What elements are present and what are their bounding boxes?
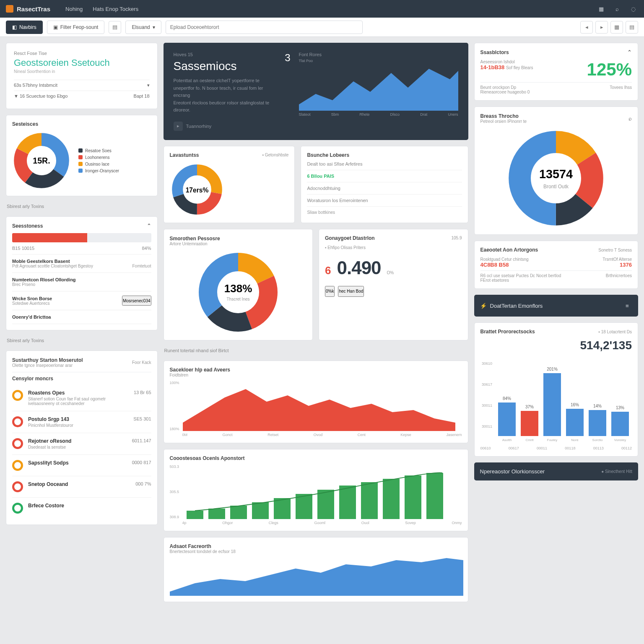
chevron-icon[interactable]: ⌃ [627, 49, 632, 55]
svg-rect-18 [230, 506, 247, 519]
svg-rect-22 [317, 490, 334, 519]
svg-text:84%: 84% [503, 396, 511, 401]
svg-text:30610: 30610 [481, 361, 492, 366]
hero-title: Sassemiocs [174, 60, 277, 73]
progress-bar [12, 233, 151, 242]
svg-text:Cmrit: Cmrit [525, 438, 534, 442]
left-section-2-label: Sbirest arly Toxins [7, 338, 157, 343]
list-item[interactable]: Snetop Ooceand000 7% [12, 476, 151, 498]
chevron-icon[interactable]: ⌃ [147, 223, 151, 229]
dark-strip: ⚡DoatTertan Emonflors ≡ [474, 295, 638, 317]
kpi-card: Ssasblctors⌃ Aeseessron Ishdol 14-1bB38 … [474, 43, 638, 101]
donut1-card: Sesteisces 15R. Resatoe Soes Loohonerens… [6, 115, 158, 196]
progress-card: Seesstoness⌃ B15 1001584% Moble Geestelk… [6, 216, 158, 330]
barchart-total: 514,2'135 [480, 339, 632, 352]
list-item[interactable]: Sapsslityt Sodps0000 817 [12, 455, 151, 476]
ring-icon [12, 390, 23, 401]
svg-rect-24 [361, 482, 378, 519]
bar-chart: 30610306173001130011 84% 37% 201% 16% 14… [480, 352, 631, 444]
ring-icon [12, 416, 23, 427]
svg-rect-17 [208, 509, 225, 519]
svg-rect-27 [426, 473, 443, 519]
list-item[interactable]: Brfece Costore [12, 498, 151, 519]
svg-text:37%: 37% [525, 405, 534, 409]
list-item[interactable]: Postulo Srgp 143Pinicnhol Mustferstouror… [12, 411, 151, 433]
donut3-card: Smorothen PessosreArtore Untemraation 13… [164, 229, 313, 340]
svg-text:Asotth: Asotth [502, 438, 512, 442]
donut2-chart: 17ers% [170, 162, 224, 217]
search-input[interactable] [166, 21, 363, 34]
menu-icon[interactable]: ≡ [622, 301, 632, 311]
svg-text:138%: 138% [224, 282, 252, 295]
metric-card: Gonaygoet Dtastrlon105.9 ▪ Ehfipo Olisas… [319, 229, 468, 340]
side-hero-sub: Nineal Soorthention in [14, 69, 150, 74]
svg-text:Vonstey: Vonstey [614, 438, 626, 442]
svg-rect-44 [566, 409, 584, 436]
green-chart-card: Cooostesoas Ocenls Aponstort 503.3305.53… [164, 449, 468, 531]
svg-text:Thscret Ines: Thscret Ines [226, 297, 249, 301]
mini-btn-1[interactable]: 0%k [325, 286, 335, 297]
svg-text:17ers%: 17ers% [185, 186, 208, 193]
view-btn-1[interactable]: ◂ [580, 21, 593, 34]
activity-list-card: Sustarthuy Starton MoserutolOlette tgnce… [6, 351, 158, 525]
side-hero-title: Geostsoreien Ssetouch [14, 57, 150, 68]
brand-text: RasectTras [17, 5, 50, 13]
search-icon[interactable]: ⌕ [612, 4, 622, 14]
ring-icon [12, 481, 23, 492]
tab-active[interactable]: ◧Navbirs [6, 21, 43, 34]
search-icon[interactable]: ⌕ [628, 115, 632, 122]
top-bar: RasectTras Nohing Hats Enop Tockers ▦ ⌕ … [0, 0, 644, 18]
svg-rect-19 [252, 502, 269, 519]
svg-rect-40 [521, 411, 538, 436]
donut3-chart: 138% Thscret Ines [196, 250, 280, 334]
hero-panel: Hoves 15 Sassemiocs Potenttat an oestere… [164, 43, 468, 140]
section-label: Sbirest arly Toxins [7, 204, 157, 209]
tab-2[interactable]: ▣Filter Feop-sount [47, 21, 105, 34]
brand[interactable]: RasectTras [6, 5, 50, 13]
svg-text:13574: 13574 [539, 167, 573, 181]
donut1-chart: 15R. [12, 131, 71, 190]
svg-rect-21 [296, 494, 312, 519]
side-hero-card: Resct Fose Tise Geostsoreien Ssetouch Ni… [6, 43, 158, 109]
svg-text:15R.: 15R. [33, 156, 50, 165]
chevron-down-icon[interactable]: ▾ [147, 83, 150, 88]
footer-strip: Npereaostor Olorkionsscer ● Sinecthent H… [474, 462, 638, 480]
svg-text:Nore: Nore [571, 438, 579, 442]
view-btn-3[interactable]: ▦ [610, 21, 623, 34]
tab-3[interactable]: Elsuand▾ [125, 21, 161, 34]
svg-text:30011: 30011 [481, 403, 492, 408]
grid-icon[interactable]: ▦ [596, 4, 606, 14]
hero-stat: 3 [285, 52, 290, 64]
brand-icon [6, 5, 13, 13]
nav-item-1[interactable]: Nohing [65, 6, 83, 12]
view-btn-4[interactable]: ▤ [626, 21, 638, 34]
red-chart-card: Sacekloer hlp ead Aveers Foidtstren 100%… [164, 361, 468, 443]
svg-text:201%: 201% [547, 367, 558, 371]
svg-rect-46 [589, 410, 606, 436]
ring-icon [12, 503, 23, 514]
view-btn-2[interactable]: ▸ [595, 21, 608, 34]
play-icon[interactable]: ▸ [174, 122, 183, 131]
svg-text:14%: 14% [593, 404, 602, 408]
toolbar-icon-1[interactable]: ▤ [109, 21, 121, 34]
action-button[interactable]: Mosrsenec034 [122, 296, 151, 306]
svg-text:30011: 30011 [481, 424, 492, 428]
green-bar-chart [182, 465, 455, 519]
donut1-title: Sesteisces [12, 121, 38, 127]
mini-btn-2[interactable]: hec Han Bod [338, 286, 364, 297]
svg-text:16%: 16% [571, 402, 579, 407]
donut4-chart: 13574 Brontl Outk [506, 128, 606, 229]
svg-rect-48 [611, 412, 629, 436]
list-item[interactable]: Roastens OpesStianerf sotion Coun fae Fa… [12, 385, 151, 411]
red-area-chart [183, 381, 455, 431]
svg-text:Foutey: Foutey [547, 438, 557, 442]
bell-icon[interactable]: ◌ [628, 4, 638, 14]
nav-item-2[interactable]: Hats Enop Tockers [93, 6, 138, 12]
svg-text:Brontl Outk: Brontl Outk [543, 184, 569, 190]
list-item[interactable]: Rejotner oResondDsedeast la senstse6011.… [12, 433, 151, 455]
blue-area-chart [170, 554, 463, 596]
donut4-card: Breass ThrochoPetreol orsien IPinonrr te… [474, 106, 638, 235]
bar-chart-card: Brattet Prororectsocks▪ 18 Lotacrtent Ds… [474, 322, 638, 457]
detail-list-card: Bsunche Lobeers Dealt too asi Sfise Arfe… [301, 146, 468, 223]
summary-card: Eaeootet Aon ArtorgonsSonetro T Soness R… [474, 241, 638, 289]
